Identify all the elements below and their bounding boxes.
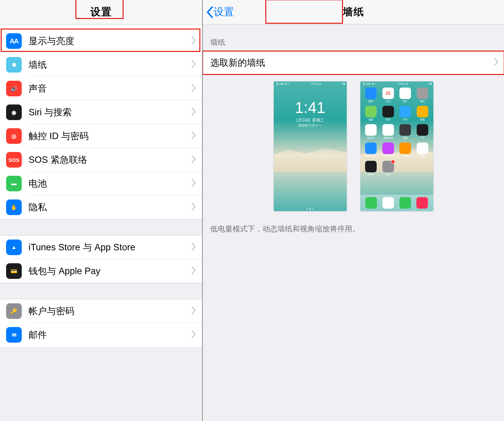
dock: [360, 195, 433, 211]
app-label: 地图: [368, 118, 373, 121]
mail-icon: ✉: [6, 327, 22, 343]
wallpaper-scroll[interactable]: 墙纸 选取新的墙纸 无 SIM 卡 ᯤ 下午5:15 ⚡︎▮ 1:41 1月10…: [203, 24, 504, 421]
display-brightness-icon: AA: [6, 33, 22, 49]
app-label: 视频: [403, 136, 408, 140]
settings-row-label: 触控 ID 与密码: [29, 130, 191, 142]
settings-row-wallpaper[interactable]: ✽墙纸: [0, 53, 202, 77]
back-label: 设置: [214, 5, 234, 19]
app-icon: [365, 106, 377, 117]
preview-app: 视频: [397, 124, 413, 141]
wallpaper-footer-note: 低电量模式下，动态墙纸和视角缩放将停用。: [203, 218, 504, 240]
app-icon: [382, 106, 394, 117]
app-icon: [399, 88, 411, 99]
app-icon: [417, 106, 428, 117]
dock-app-icon: [382, 197, 394, 209]
preview-app: 备忘录: [363, 124, 379, 141]
touch-id-icon: ◎: [6, 128, 22, 144]
lockscreen-time: 1:41: [274, 98, 347, 117]
settings-row-battery[interactable]: ▬电池: [0, 172, 202, 195]
preview-app: 邮件: [363, 88, 379, 104]
back-button[interactable]: 设置: [206, 0, 234, 24]
app-icon: [365, 88, 377, 99]
app-label: 提醒事项: [383, 136, 393, 140]
settings-scroll[interactable]: AA显示与亮度✽墙纸🔊声音◉Siri 与搜索◎触控 ID 与密码SOSSOS 紧…: [0, 24, 202, 421]
settings-row-wallet[interactable]: 💳钱包与 Apple Pay: [0, 259, 202, 283]
app-store-icon: ▲: [6, 240, 22, 255]
app-icon: [382, 124, 394, 136]
settings-row-touchid[interactable]: ◎触控 ID 与密码: [0, 124, 202, 148]
dock-app-icon: [416, 197, 428, 209]
app-label: 照片: [403, 100, 408, 103]
app-icon: [399, 124, 411, 136]
dock-app-icon: [365, 197, 377, 209]
app-icon: [382, 161, 394, 172]
dock-app-icon: [399, 197, 411, 209]
partial-row-general[interactable]: [0, 24, 202, 29]
choose-new-wallpaper-label: 选取新的墙纸: [210, 57, 265, 69]
lockscreen-date: 1月10日 星期三: [274, 117, 347, 123]
wallpaper-title: 墙纸: [343, 5, 364, 19]
lockscreen-preview[interactable]: 无 SIM 卡 ᯤ 下午5:15 ⚡︎▮ 1:41 1月10日 星期三 戊戌年六…: [274, 81, 347, 211]
homescreen-preview[interactable]: 无 SIM 卡 ᯤ 下午5:15 ⚡︎▮ 邮件23日历照片相机地图时钟天气家庭备…: [360, 81, 433, 211]
chevron-right-icon: [191, 179, 196, 188]
chevron-right-icon: [191, 36, 196, 46]
settings-row-sos[interactable]: SOSSOS 紧急联络: [0, 148, 202, 172]
chevron-left-icon: [206, 6, 214, 18]
settings-row-accounts[interactable]: 🔑帐户与密码: [0, 299, 202, 323]
chevron-right-icon: [191, 306, 196, 316]
lockscreen-lunar-date: 戊戌年六月十一: [274, 123, 347, 128]
settings-navbar: 设置: [0, 0, 202, 24]
status-left: 无 SIM 卡 ᯤ: [362, 82, 378, 85]
app-label: 设置: [386, 173, 391, 176]
settings-row-label: 帐户与密码: [29, 305, 191, 317]
app-label: 备忘录: [367, 136, 374, 140]
status-right: ⚡︎▮: [341, 82, 345, 85]
app-icon: [365, 124, 377, 136]
app-icon: [417, 124, 428, 136]
settings-panel: 设置 AA显示与亮度✽墙纸🔊声音◉Siri 与搜索◎触控 ID 与密码SOSSO…: [0, 0, 203, 421]
battery-icon: ▬: [6, 176, 22, 191]
preview-app: 天气: [397, 106, 413, 123]
settings-row-itunes[interactable]: ▲iTunes Store 与 App Store: [0, 235, 202, 259]
app-label: 天气: [403, 118, 408, 121]
app-icon: [399, 142, 411, 154]
settings-row-label: Siri 与搜索: [29, 106, 191, 118]
settings-row-label: iTunes Store 与 App Store: [29, 241, 191, 253]
siri-icon: ◉: [6, 104, 22, 120]
wave-sand-graphic: [274, 143, 347, 172]
app-label: TV: [421, 136, 424, 139]
app-label: 相机: [420, 100, 425, 103]
chevron-right-icon: [191, 131, 196, 141]
app-label: iTunes Store: [381, 155, 395, 157]
preview-app: 设置: [380, 161, 396, 178]
settings-row-display[interactable]: AA显示与亮度: [0, 29, 202, 53]
settings-row-privacy[interactable]: ✋隐私: [0, 195, 202, 219]
preview-app: 时钟: [380, 106, 396, 123]
app-label: App Store: [365, 155, 376, 157]
settings-row-sound[interactable]: 🔊声音: [0, 77, 202, 100]
chevron-right-icon: [191, 155, 196, 165]
app-icon: [365, 142, 377, 154]
chevron-right-icon: [191, 266, 196, 276]
status-center: 下午5:15: [311, 82, 322, 85]
highlight-box-wallpaper-title: [265, 0, 343, 24]
app-icon: [365, 161, 377, 172]
app-label: iBooks: [402, 155, 409, 157]
app-icon: [417, 88, 428, 99]
app-label: 日历: [386, 100, 391, 103]
settings-row-mail[interactable]: ✉邮件: [0, 323, 202, 347]
sound-icon: 🔊: [6, 81, 22, 96]
status-left: 无 SIM 卡 ᯤ: [276, 82, 291, 85]
chevron-right-icon: [494, 58, 499, 68]
privacy-icon: ✋: [6, 199, 22, 215]
app-label: 家庭: [420, 118, 425, 121]
preview-app: 相机: [415, 88, 431, 104]
wallet-icon: 💳: [6, 263, 22, 279]
settings-row-siri[interactable]: ◉Siri 与搜索: [0, 100, 202, 124]
choose-new-wallpaper-row[interactable]: 选取新的墙纸: [203, 51, 504, 75]
preview-statusbar-lock: 无 SIM 卡 ᯤ 下午5:15 ⚡︎▮: [274, 81, 347, 86]
app-label: 时钟: [386, 118, 391, 121]
sos-icon: SOS: [6, 152, 22, 168]
settings-row-label: 墙纸: [29, 59, 191, 71]
preview-app: Wallet: [363, 161, 379, 178]
